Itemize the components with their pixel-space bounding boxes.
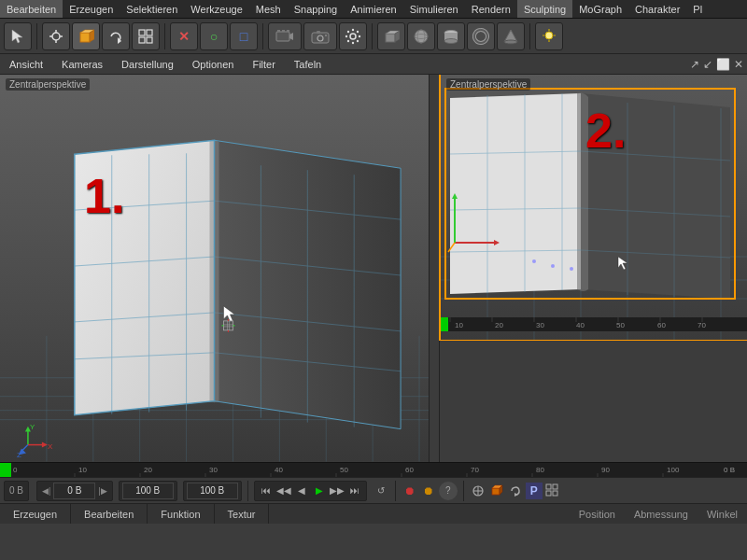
menu-werkzeuge[interactable]: Werkzeuge (184, 0, 248, 18)
p-btn[interactable]: P (526, 483, 543, 499)
bottom-tab-erzeugen[interactable]: Erzeugen (0, 504, 71, 524)
bottom-tab-textur[interactable]: Textur (215, 504, 270, 524)
toolbar-rotate-btn[interactable] (102, 22, 130, 50)
pb-sep-3 (463, 481, 464, 501)
refresh-btn[interactable] (507, 483, 524, 499)
toolbar-cone-btn[interactable] (497, 22, 525, 50)
svg-point-22 (325, 35, 327, 36)
view-icon-collapse[interactable]: ↙ (703, 58, 712, 71)
svg-text:0 B: 0 B (724, 466, 735, 474)
toolbar-sep-5 (529, 23, 530, 49)
toolbar-settings-btn[interactable] (339, 22, 367, 50)
toolbar-film-btn[interactable] (268, 22, 302, 50)
second-viewport[interactable]: Zentralperspektive (439, 75, 747, 341)
view-menu-kameras[interactable]: Kameras (52, 54, 112, 74)
transport-step-back[interactable]: ◀ (293, 483, 310, 499)
bottom-tab-funktion[interactable]: Funktion (148, 504, 214, 524)
position-label: Position (579, 509, 615, 520)
svg-rect-174 (546, 484, 551, 489)
transport-step-forward[interactable]: ▶▶ (329, 483, 345, 499)
svg-text:30: 30 (209, 466, 218, 474)
transport-prev-frame[interactable]: ◀◀ (275, 483, 292, 499)
play-icon-left[interactable]: ◀| (40, 486, 52, 496)
motion-record-btn[interactable]: ⏺ (420, 483, 437, 499)
svg-point-25 (352, 41, 354, 43)
toolbar-sphere-btn[interactable] (407, 22, 435, 50)
svg-rect-21 (317, 31, 320, 34)
menu-pl[interactable]: Pl (686, 0, 709, 18)
grid-snap-btn[interactable] (544, 483, 561, 499)
svg-text:60: 60 (405, 466, 414, 474)
menu-erzeugen[interactable]: Erzeugen (63, 0, 120, 18)
toolbar-torus-btn[interactable] (467, 22, 495, 50)
toolbar: ✕ ○ □ (0, 19, 747, 54)
view-menu-tafeln[interactable]: Tafeln (285, 54, 331, 74)
menu-rendern[interactable]: Rendern (465, 0, 517, 18)
frame-display-group: 0 B (4, 481, 29, 501)
toolbar-select-btn[interactable] (4, 22, 32, 50)
svg-rect-177 (553, 491, 557, 496)
menu-bearbeiten[interactable]: Bearbeiten (0, 0, 63, 18)
fps-input-group (119, 481, 177, 501)
toolbar-light-btn[interactable] (535, 22, 563, 50)
menu-mograph[interactable]: MoGraph (572, 0, 628, 18)
play-icon-right[interactable]: |▶ (96, 486, 108, 496)
svg-rect-14 (276, 32, 289, 41)
view-icon-close[interactable]: ✕ (734, 58, 743, 71)
main-viewport[interactable]: Zentralperspektive (0, 75, 430, 462)
svg-rect-170 (492, 488, 500, 495)
svg-rect-12 (139, 37, 145, 43)
toolbar-move-btn[interactable] (42, 22, 70, 50)
fps-label-group (183, 481, 242, 501)
help-btn[interactable]: ? (439, 482, 458, 500)
snap-btn[interactable] (470, 483, 486, 499)
toolbar-z-btn[interactable]: □ (230, 22, 258, 50)
toolbar-y-btn[interactable]: ○ (200, 22, 228, 50)
svg-rect-18 (287, 30, 289, 32)
view-menu-optionen[interactable]: Optionen (183, 54, 244, 74)
toolbar-camera-btn[interactable] (303, 22, 337, 50)
toolbar-sep-1 (36, 23, 37, 49)
menubar: Bearbeiten Erzeugen Selektieren Werkzeug… (0, 0, 747, 19)
toolbar-grid-btn[interactable] (132, 22, 160, 50)
fps-input[interactable] (122, 483, 174, 499)
menu-sculpting[interactable]: Sculpting (517, 0, 572, 18)
toolbar-cube-btn[interactable] (72, 22, 100, 50)
view-menu-darstellung[interactable]: Darstellung (112, 54, 183, 74)
view-menu-filter[interactable]: Filter (243, 54, 284, 74)
menu-animieren[interactable]: Animieren (344, 0, 403, 18)
svg-text:30: 30 (536, 321, 544, 329)
view-icon-maximize[interactable]: ⬜ (716, 58, 730, 71)
pb-sep-2 (395, 481, 396, 501)
transport-goto-start[interactable]: ⏮ (258, 483, 275, 499)
toolbar-x-btn[interactable]: ✕ (170, 22, 198, 50)
transport-play[interactable]: ▶ (311, 483, 328, 499)
view-icon-expand[interactable]: ↗ (690, 58, 699, 71)
menu-mesh[interactable]: Mesh (249, 0, 288, 18)
toolbar-box-btn[interactable] (377, 22, 405, 50)
menu-snapping[interactable]: Snapping (288, 0, 345, 18)
svg-point-124 (551, 264, 555, 268)
svg-rect-6 (80, 33, 90, 42)
svg-text:40: 40 (576, 321, 585, 329)
svg-point-42 (504, 40, 517, 44)
svg-rect-128 (441, 317, 448, 331)
view-right-controls: ↗ ↙ ⬜ ✕ (690, 58, 747, 71)
svg-point-1 (52, 33, 60, 40)
svg-point-125 (570, 267, 573, 271)
svg-point-30 (357, 30, 359, 32)
transport-goto-end[interactable]: ⏭ (346, 483, 363, 499)
menu-selektieren[interactable]: Selektieren (120, 0, 184, 18)
menu-charakter[interactable]: Charakter (628, 0, 686, 18)
fps-label[interactable] (187, 483, 238, 499)
svg-rect-11 (147, 30, 152, 35)
transport-loop[interactable]: ↺ (373, 483, 389, 499)
bottom-tab-bearbeiten[interactable]: Bearbeiten (71, 504, 148, 524)
frame-input[interactable] (53, 483, 95, 499)
menu-simulieren[interactable]: Simulieren (403, 0, 465, 18)
view-menu-ansicht[interactable]: Ansicht (0, 54, 52, 74)
object-btn[interactable] (488, 483, 505, 499)
svg-text:70: 70 (698, 321, 706, 329)
record-btn[interactable]: ⏺ (402, 483, 418, 499)
toolbar-cylinder-btn[interactable] (437, 22, 465, 50)
